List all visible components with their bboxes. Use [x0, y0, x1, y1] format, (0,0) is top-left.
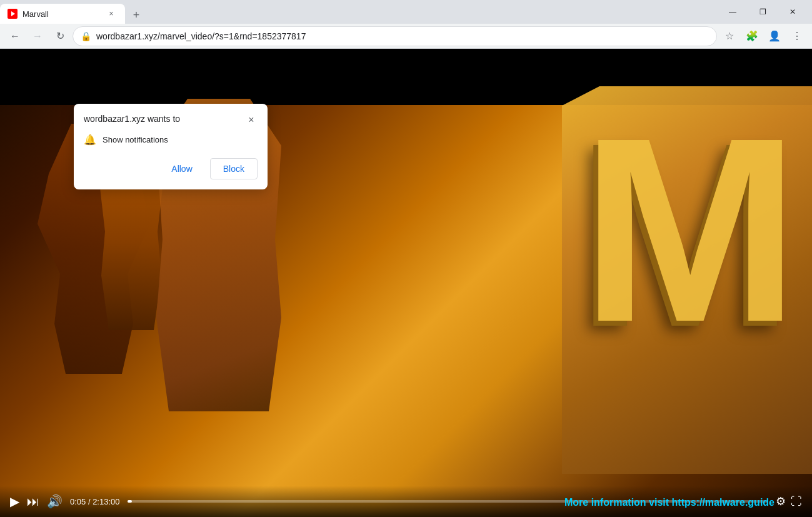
- back-button[interactable]: ←: [5, 26, 25, 46]
- minimize-button[interactable]: —: [718, 2, 747, 22]
- tab-favicon: [8, 9, 18, 19]
- skip-button[interactable]: ⏭: [27, 494, 39, 509]
- maximize-button[interactable]: ❐: [748, 2, 777, 22]
- bell-icon: 🔔: [84, 134, 96, 146]
- address-bar[interactable]: 🔒 wordbazar1.xyz/marvel_video/?s=1&rnd=1…: [73, 26, 717, 46]
- popup-close-button[interactable]: ×: [245, 114, 258, 126]
- forward-button[interactable]: →: [28, 26, 48, 46]
- volume-button[interactable]: 🔊: [47, 494, 63, 509]
- bottom-right-icons: ⚙ ⛶: [776, 494, 802, 508]
- video-area: M wordbazar1.xyz wants to × 🔔 Show notif…: [0, 49, 812, 517]
- play-button[interactable]: ▶: [10, 494, 19, 509]
- extensions-button[interactable]: 🧩: [742, 26, 762, 46]
- nav-right-icons: ☆ 🧩 👤 ⋮: [719, 26, 807, 46]
- tab-title: Marvall: [23, 9, 101, 19]
- popup-title: wordbazar1.xyz wants to: [84, 114, 180, 124]
- settings-icon[interactable]: ⚙: [776, 494, 786, 508]
- title-bar: Marvall × + — ❐ ✕: [0, 0, 812, 24]
- block-button[interactable]: Block: [210, 158, 258, 179]
- watermark-text: More information visit https://malware.g…: [564, 497, 774, 508]
- new-tab-button[interactable]: +: [128, 6, 145, 24]
- time-display: 0:05 / 2:13:00: [70, 497, 120, 506]
- url-text: wordbazar1.xyz/marvel_video/?s=1&rnd=185…: [96, 31, 709, 41]
- notification-popup: wordbazar1.xyz wants to × 🔔 Show notific…: [74, 104, 268, 189]
- popup-header: wordbazar1.xyz wants to ×: [84, 114, 258, 126]
- show-notifications-label: Show notifications: [103, 135, 168, 144]
- tab-strip: Marvall × +: [0, 0, 145, 24]
- title-bar-left: Marvall × +: [0, 0, 718, 24]
- chrome-window: Marvall × + — ❐ ✕ ← → ↻ 🔒 wordbazar1.xyz…: [0, 0, 812, 517]
- active-tab[interactable]: Marvall ×: [0, 4, 125, 24]
- tab-close-button[interactable]: ×: [105, 8, 118, 20]
- menu-button[interactable]: ⋮: [787, 26, 807, 46]
- progress-fill: [128, 500, 132, 503]
- profile-button[interactable]: 👤: [764, 26, 784, 46]
- bookmark-button[interactable]: ☆: [719, 26, 739, 46]
- close-button[interactable]: ✕: [778, 2, 807, 22]
- big-m-letter: M: [581, 99, 799, 361]
- fullscreen-icon[interactable]: ⛶: [791, 495, 802, 508]
- notification-row: 🔔 Show notifications: [84, 134, 258, 146]
- nav-bar: ← → ↻ 🔒 wordbazar1.xyz/marvel_video/?s=1…: [0, 24, 812, 49]
- window-controls: — ❐ ✕: [718, 2, 812, 22]
- allow-button[interactable]: Allow: [159, 158, 204, 179]
- refresh-button[interactable]: ↻: [50, 26, 70, 46]
- lock-icon: 🔒: [81, 31, 91, 41]
- popup-buttons: Allow Block: [84, 158, 258, 179]
